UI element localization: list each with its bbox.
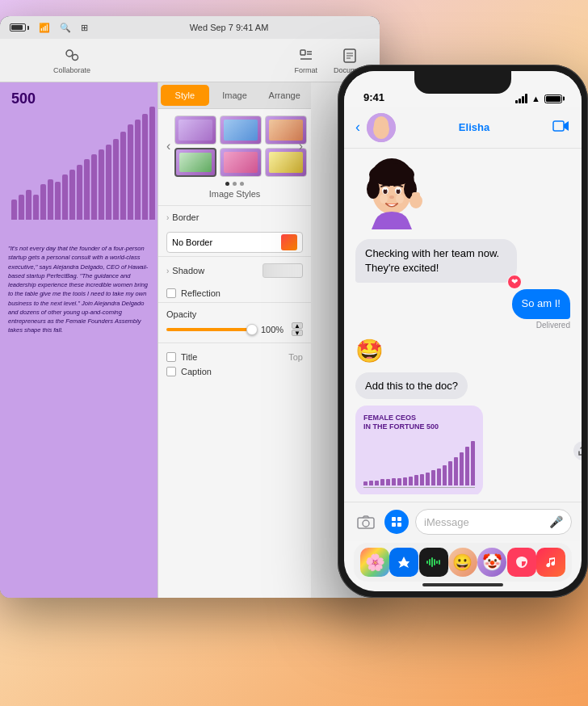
- shadow-section-header[interactable]: › Shadow: [158, 256, 311, 284]
- app-icon-appstore[interactable]: [389, 548, 418, 577]
- camera-button[interactable]: [354, 510, 378, 534]
- iphone-chart-bar: [380, 479, 384, 485]
- contact-info: Elisha: [402, 121, 546, 133]
- chart-message-row: FEMALE CEOs IN THE FORTUNE 500: [355, 406, 570, 494]
- svg-point-29: [367, 179, 380, 199]
- iphone-chart-bar: [448, 461, 452, 485]
- nav-dot-3: [240, 182, 244, 186]
- chart-bar: [11, 200, 17, 220]
- iphone-battery-icon: [544, 95, 562, 103]
- video-call-button[interactable]: [552, 118, 570, 137]
- svg-rect-41: [431, 557, 433, 567]
- border-select-row: No Border: [158, 229, 311, 256]
- contact-name[interactable]: Elisha: [402, 121, 546, 133]
- iphone-chart-bar: [369, 481, 373, 485]
- title-caption-section: Title Top Caption: [158, 342, 311, 385]
- slide-text-content: "It's not every day that the founder of …: [8, 244, 149, 335]
- search-menubar-icon[interactable]: 🔍: [60, 23, 71, 33]
- opacity-slider[interactable]: [166, 328, 256, 331]
- iphone-chart-bar: [375, 481, 379, 485]
- iphone-chart-bars: [363, 437, 475, 485]
- opacity-up-button[interactable]: ▲: [292, 322, 303, 329]
- chart-bar: [106, 145, 111, 220]
- mac-menubar-left: 📶 🔍 ⊞: [10, 23, 88, 33]
- mac-menubar: 📶 🔍 ⊞ Wed Sep 7 9:41 AM: [0, 16, 380, 39]
- mac-screen: 📶 🔍 ⊞ Wed Sep 7 9:41 AM Collaborate: [0, 16, 380, 598]
- opacity-stepper: ▲ ▼: [292, 322, 303, 336]
- svg-rect-42: [434, 559, 435, 565]
- mic-button[interactable]: 🎤: [549, 515, 563, 528]
- apps-button[interactable]: [384, 510, 409, 534]
- opacity-value: 100%: [261, 325, 287, 334]
- tab-style[interactable]: Style: [161, 85, 209, 106]
- chart-bar: [69, 170, 75, 220]
- svg-rect-43: [436, 561, 438, 564]
- imessage-input[interactable]: iMessage 🎤: [415, 509, 572, 535]
- app-icon-music[interactable]: [536, 548, 565, 577]
- app-icon-memoji1[interactable]: 😀: [448, 548, 477, 577]
- chart-title-line1: FEMALE CEOs: [363, 414, 416, 422]
- share-button[interactable]: [573, 441, 582, 460]
- svg-rect-44: [439, 560, 440, 565]
- back-button[interactable]: ‹: [355, 119, 360, 136]
- title-checkbox[interactable]: [166, 352, 176, 362]
- chart-bar: [149, 107, 155, 220]
- caption-label: Caption: [181, 367, 212, 376]
- app-icon-memoji2[interactable]: 🤡: [477, 548, 506, 577]
- chart-title-line2: IN THE FORTUNE 500: [363, 422, 439, 431]
- style-thumb-4[interactable]: [174, 148, 216, 177]
- messages-content[interactable]: Checking with her team now. They're exci…: [344, 149, 582, 494]
- iphone-chart-bar: [437, 469, 441, 485]
- message-bubble-sent: So am I!: [512, 289, 570, 318]
- format-button[interactable]: Format: [294, 47, 317, 74]
- iphone-chart-bar: [443, 465, 447, 485]
- image-style-grid: [165, 116, 304, 177]
- chart-bar: [84, 159, 90, 220]
- message-text-2: So am I!: [522, 297, 561, 309]
- image-styles-label: Image Styles: [165, 189, 304, 199]
- signal-bars: [515, 94, 527, 103]
- title-label: Title: [181, 352, 197, 362]
- styles-next-button[interactable]: ›: [299, 139, 303, 153]
- svg-rect-39: [426, 561, 428, 564]
- format-icon: [297, 47, 315, 65]
- chart-bar: [77, 165, 82, 220]
- border-section-header[interactable]: › Border: [158, 205, 311, 229]
- caption-checkbox[interactable]: [166, 367, 176, 376]
- opacity-section: Opacity 100% ▲ ▼: [158, 302, 311, 342]
- iphone-chart-bar: [363, 481, 368, 485]
- contact-avatar[interactable]: [367, 113, 396, 142]
- reflection-checkbox[interactable]: [166, 288, 176, 298]
- styles-prev-button[interactable]: ‹: [166, 139, 170, 153]
- tab-image[interactable]: Image: [211, 85, 259, 106]
- opacity-down-button[interactable]: ▼: [292, 330, 303, 336]
- app-icon-sticker[interactable]: [507, 548, 536, 577]
- border-color-swatch: [281, 234, 297, 250]
- nav-dot-2: [233, 182, 237, 186]
- slide-preview-area[interactable]: 500 "It's not every day that the founder…: [0, 82, 158, 598]
- app-icon-voice[interactable]: [419, 548, 448, 577]
- iphone-chart-bar: [426, 473, 430, 485]
- grid-menubar-icon[interactable]: ⊞: [81, 23, 88, 33]
- signal-bar-3: [522, 96, 524, 103]
- iphone-chart-bar: [403, 477, 407, 485]
- style-thumb-5[interactable]: [220, 148, 262, 177]
- style-thumb-2[interactable]: [220, 116, 262, 145]
- title-position: Top: [288, 352, 303, 362]
- style-thumb-1[interactable]: [174, 116, 216, 145]
- memoji-sticker: [355, 157, 428, 229]
- iphone: 9:41 ▲ ‹: [338, 65, 588, 598]
- format-tab-group: Style Image Arrange: [158, 82, 311, 109]
- keynote-toolbar: Collaborate Format Document: [0, 39, 380, 82]
- border-select[interactable]: No Border: [166, 232, 303, 253]
- opacity-thumb[interactable]: [246, 324, 258, 335]
- title-row: Title Top: [166, 350, 303, 364]
- chart-bar: [33, 195, 39, 220]
- message-add-doc: Add this to the doc?: [355, 372, 570, 399]
- reflection-row: Reflection: [158, 284, 311, 302]
- svg-rect-35: [392, 517, 396, 521]
- tab-arrange[interactable]: Arrange: [260, 85, 309, 106]
- collaborate-button[interactable]: Collaborate: [53, 47, 90, 74]
- app-icon-photos[interactable]: 🌸: [360, 548, 389, 577]
- message-bubble-received: Checking with her team now. They're exci…: [355, 239, 517, 283]
